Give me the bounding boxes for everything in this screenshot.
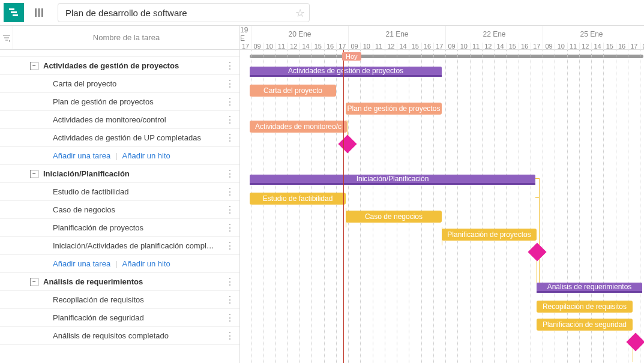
hour-header: 16 <box>421 43 433 50</box>
kebab-icon[interactable]: ⋮ <box>225 276 235 287</box>
favorite-star-icon[interactable]: ☆ <box>295 7 305 20</box>
gantt-bar[interactable]: Iniciación/Planificación <box>250 175 535 185</box>
milestone[interactable] <box>338 134 357 153</box>
hour-header: 14 <box>494 43 506 50</box>
task-row[interactable]: Recopilación de requisitos⋮ <box>0 291 239 309</box>
kebab-icon[interactable]: ⋮ <box>225 330 235 341</box>
hour-header: 09 <box>251 43 263 50</box>
hour-header: 11 <box>470 43 482 50</box>
hour-header: 15 <box>603 43 615 50</box>
gantt-bar[interactable]: Análisis de requerimientos <box>537 283 642 293</box>
hour-header: 09 <box>348 43 360 50</box>
task-row[interactable]: Caso de negocios⋮ <box>0 201 239 219</box>
gantt-bar[interactable]: Carta del proyecto <box>250 85 336 97</box>
gantt-bar[interactable]: Actividades de monitoreo/c <box>250 121 347 133</box>
collapse-icon[interactable]: − <box>30 278 38 286</box>
kebab-icon[interactable]: ⋮ <box>225 204 235 215</box>
hour-header: 14 <box>397 43 409 50</box>
hour-header: 14 <box>299 43 311 50</box>
svg-rect-1 <box>11 11 17 13</box>
task-row[interactable]: Actividades de monitoreo/control⋮ <box>0 111 239 129</box>
add-task-link[interactable]: Añadir una tarea <box>53 259 110 268</box>
gantt-icon <box>8 7 19 18</box>
task-row[interactable]: Carta del proyecto⋮ <box>0 75 239 93</box>
collapse-icon[interactable]: − <box>30 170 38 178</box>
task-row[interactable]: Estudio de factibilidad⋮ <box>0 183 239 201</box>
hour-header: 12 <box>385 43 397 50</box>
task-row[interactable]: Análisis de requisitos completado⋮ <box>0 327 239 345</box>
hour-header: 10 <box>263 43 275 50</box>
hour-header: 12 <box>482 43 494 50</box>
task-label: Análisis de requisitos completado <box>53 331 169 340</box>
group-row[interactable]: −Actividades de gestión de proyectos⋮ <box>0 57 239 75</box>
hour-header: 17 <box>240 43 251 50</box>
gantt-bar[interactable]: Caso de negocios <box>346 211 442 223</box>
add-milestone-link[interactable]: Añadir un hito <box>122 151 170 160</box>
hour-header: 15 <box>506 43 518 50</box>
hour-header: 15 <box>311 43 324 50</box>
group-row[interactable]: −Iniciación/Planificación⋮ <box>0 165 239 183</box>
task-label: Estudio de factibilidad <box>53 187 128 196</box>
gantt-bar[interactable]: Planificación de proyectos <box>442 229 537 241</box>
hour-header: 10 <box>555 43 567 50</box>
svg-rect-0 <box>9 8 14 10</box>
board-view-button[interactable] <box>29 3 49 22</box>
project-title-input[interactable] <box>58 3 310 22</box>
gantt-bar[interactable]: Planificación de seguridad <box>537 319 633 331</box>
task-row[interactable]: Actividades de gestión de UP completadas… <box>0 129 239 147</box>
task-label: Carta del proyecto <box>53 79 116 88</box>
kebab-icon[interactable]: ⋮ <box>225 96 235 107</box>
gantt-bar[interactable]: Recopilación de requisitos <box>537 301 633 313</box>
kebab-icon[interactable]: ⋮ <box>225 78 235 89</box>
gantt-bar[interactable]: Actividades de gestión de proyectos <box>250 67 442 77</box>
task-label: Planificación de proyectos <box>53 223 143 232</box>
hour-header: 16 <box>324 43 336 50</box>
gantt-bar[interactable]: Plan de gestión de proyectos <box>346 103 442 115</box>
kebab-icon[interactable]: ⋮ <box>225 60 235 71</box>
task-label: Caso de negocios <box>53 205 115 214</box>
kebab-icon[interactable]: ⋮ <box>225 222 235 233</box>
hour-header: 17 <box>336 43 348 50</box>
task-label: Actividades de monitoreo/control <box>53 115 166 124</box>
day-header: 19 E <box>240 26 251 43</box>
hour-header: 10 <box>457 43 469 50</box>
kebab-icon[interactable]: ⋮ <box>225 294 235 305</box>
kebab-icon[interactable]: ⋮ <box>225 186 235 197</box>
add-line: Añadir una tarea|Añadir un hito <box>0 147 239 165</box>
svg-rect-3 <box>35 8 37 17</box>
column-header-task-name[interactable]: Nombre de la tarea <box>13 33 239 42</box>
filter-button[interactable] <box>0 26 13 49</box>
gantt-bar[interactable]: Estudio de factibilidad <box>250 193 346 205</box>
day-header: 21 Ene <box>348 26 445 43</box>
task-row[interactable]: Iniciación/Actividades de planificación … <box>0 237 239 255</box>
add-task-link[interactable]: Añadir una tarea <box>53 151 110 160</box>
gantt-view-button[interactable] <box>4 3 24 22</box>
svg-rect-4 <box>38 8 40 17</box>
hour-header: 17 <box>531 43 543 50</box>
task-row[interactable]: Planificación de proyectos⋮ <box>0 219 239 237</box>
hour-header: 16 <box>616 43 628 50</box>
timeline-range[interactable] <box>250 55 643 58</box>
svg-rect-2 <box>13 14 18 16</box>
kebab-icon[interactable]: ⋮ <box>225 132 235 143</box>
collapse-icon[interactable]: − <box>30 62 38 70</box>
kebab-icon[interactable]: ⋮ <box>225 168 235 179</box>
add-milestone-link[interactable]: Añadir un hito <box>122 259 170 268</box>
kebab-icon[interactable]: ⋮ <box>225 114 235 125</box>
task-label: Iniciación/Actividades de planificación … <box>53 241 214 250</box>
group-label: Iniciación/Planificación <box>43 169 130 178</box>
group-label: Actividades de gestión de proyectos <box>43 61 179 70</box>
day-header: 20 Ene <box>251 26 348 43</box>
kebab-icon[interactable]: ⋮ <box>225 312 235 323</box>
hour-header: 11 <box>275 43 287 50</box>
kebab-icon[interactable]: ⋮ <box>225 240 235 251</box>
milestone[interactable] <box>626 332 644 351</box>
hour-header: 10 <box>360 43 372 50</box>
task-label: Actividades de gestión de UP completadas <box>53 133 201 142</box>
hour-header: 17 <box>628 43 640 50</box>
task-row[interactable]: Planificación de seguridad⋮ <box>0 309 239 327</box>
group-row[interactable]: −Análisis de requerimientos⋮ <box>0 273 239 291</box>
hour-header: 09 <box>445 43 457 50</box>
task-row[interactable]: Plan de gestión de proyectos⋮ <box>0 93 239 111</box>
hour-header: 17 <box>433 43 445 50</box>
